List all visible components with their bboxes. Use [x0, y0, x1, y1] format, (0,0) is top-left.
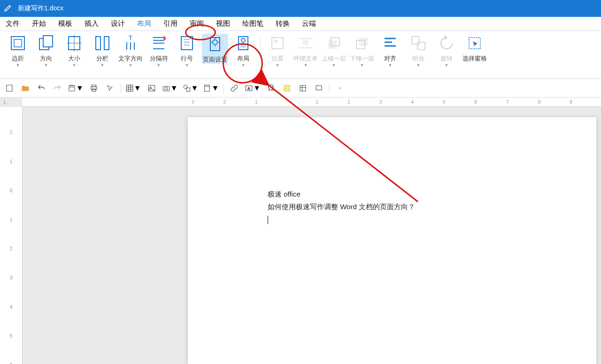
fullscreen-icon[interactable] — [313, 83, 324, 94]
ribbon-分隔符[interactable]: 分隔符▼ — [146, 34, 172, 68]
form-icon[interactable] — [297, 83, 308, 94]
menu-item-9[interactable]: 绘图笔 — [242, 19, 263, 28]
menu-item-8[interactable]: 视图 — [216, 19, 230, 28]
open-folder-icon[interactable] — [20, 83, 31, 94]
svg-rect-55 — [205, 85, 210, 91]
ribbon-icon — [465, 34, 484, 53]
ribbon-组合: 组合▼ — [405, 34, 431, 68]
menu-item-5[interactable]: 布局 — [137, 19, 151, 28]
ribbon-label: 大小 — [68, 55, 80, 62]
ribbon-环绕文本: 环绕文本▼ — [293, 34, 319, 68]
ribbon-icon — [65, 34, 84, 53]
svg-rect-7 — [96, 37, 100, 50]
ribbon-对齐[interactable]: 对齐▼ — [377, 34, 403, 68]
menu-item-1[interactable]: 开始 — [32, 19, 46, 28]
doc-line-2: 如何使用极速写作调整 Word 文档的页面方向？ — [268, 200, 516, 213]
image-icon[interactable] — [146, 83, 157, 94]
menu-item-6[interactable]: 引用 — [163, 19, 177, 28]
dropdown-icon: ▼ — [445, 63, 449, 68]
svg-rect-59 — [284, 85, 290, 91]
svg-rect-35 — [412, 37, 419, 44]
quick-access-toolbar: ▼ ▼ ▼ ▼ ▼ A▼ Ω » — [0, 79, 601, 98]
ribbon-label: 边距 — [12, 55, 24, 62]
svg-point-20 — [241, 38, 245, 42]
menu-item-2[interactable]: 模板 — [58, 19, 72, 28]
ribbon: 边距▼方向▼大小▼分栏▼T文字方向▼分隔符▼行号▼页面设置布局▼位置▼环绕文本▼… — [0, 31, 601, 79]
ribbon-选择窗格[interactable]: 选择窗格 — [462, 34, 488, 62]
ribbon-label: 选择窗格 — [462, 55, 487, 62]
document-page[interactable]: 极速 office 如何使用极速写作调整 Word 文档的页面方向？ — [188, 117, 596, 364]
menu-item-7[interactable]: 审阅 — [190, 19, 204, 28]
ribbon-边距[interactable]: 边距▼ — [5, 34, 31, 68]
svg-rect-0 — [11, 37, 24, 50]
omega-icon[interactable]: Ω — [265, 83, 277, 94]
undo-icon[interactable] — [36, 83, 47, 94]
horizontal-ruler: 32112345678910111213 — [23, 98, 601, 107]
svg-rect-38 — [7, 85, 12, 91]
ribbon-label: 旋转 — [440, 55, 453, 62]
dropdown-icon: ▼ — [44, 63, 48, 68]
ribbon-icon — [177, 34, 196, 53]
svg-rect-30 — [359, 38, 368, 46]
note-icon[interactable] — [281, 83, 293, 94]
ribbon-行号[interactable]: 行号▼ — [174, 34, 200, 68]
title-bar: 新建写作1.docx — [0, 0, 601, 17]
camera-icon[interactable]: ▼ — [162, 84, 178, 92]
dropdown-icon: ▼ — [185, 63, 189, 68]
svg-rect-43 — [92, 89, 96, 91]
ribbon-label: 分栏 — [96, 55, 108, 62]
header-icon[interactable]: ▼ — [203, 84, 219, 92]
ribbon-文字方向[interactable]: T文字方向▼ — [117, 34, 144, 68]
svg-rect-44 — [126, 85, 133, 91]
menu-item-4[interactable]: 设计 — [111, 19, 125, 28]
menu-item-11[interactable]: 云端 — [302, 19, 316, 28]
ribbon-label: 方向 — [40, 55, 52, 62]
dropdown-icon: ▼ — [388, 63, 393, 68]
menu-item-10[interactable]: 转换 — [276, 19, 290, 28]
ribbon-大小[interactable]: 大小▼ — [61, 34, 87, 68]
print-icon[interactable] — [88, 83, 100, 94]
new-doc-icon[interactable] — [4, 83, 15, 94]
ribbon-label: 位置 — [271, 55, 284, 62]
svg-point-18 — [213, 40, 217, 45]
dropdown-icon: ▼ — [16, 63, 20, 68]
ribbon-布局[interactable]: 布局▼ — [230, 34, 256, 68]
cursor-icon[interactable] — [104, 83, 116, 94]
ribbon-页面设置[interactable]: 页面设置 — [202, 34, 228, 64]
svg-rect-25 — [303, 39, 308, 45]
ribbon-分栏[interactable]: 分栏▼ — [89, 34, 116, 68]
svg-rect-40 — [70, 85, 73, 87]
ribbon-label: 布局 — [237, 55, 249, 62]
ribbon-icon — [296, 34, 315, 53]
ribbon-icon — [206, 35, 224, 53]
more-icon[interactable]: » — [334, 83, 346, 94]
tab-indicator: L — [4, 99, 7, 105]
ribbon-方向[interactable]: 方向▼ — [33, 34, 59, 68]
svg-rect-39 — [69, 85, 75, 91]
menu-item-0[interactable]: 文件 — [6, 19, 20, 28]
save-icon[interactable]: ▼ — [68, 84, 84, 92]
ribbon-旋转: 旋转▼ — [433, 34, 460, 68]
table-icon[interactable]: ▼ — [125, 84, 141, 92]
svg-rect-54 — [186, 88, 190, 91]
text-cursor — [268, 216, 268, 224]
ribbon-位置: 位置▼ — [264, 34, 291, 68]
ribbon-label: 分隔符 — [150, 55, 168, 62]
link-icon[interactable] — [229, 83, 240, 94]
document-title: 新建写作1.docx — [18, 4, 63, 13]
ribbon-上移一层: 上移一层▼ — [321, 34, 347, 68]
svg-rect-8 — [104, 37, 109, 50]
dropdown-icon: ▼ — [304, 63, 308, 68]
svg-point-52 — [165, 87, 168, 90]
ribbon-icon — [353, 34, 371, 53]
ribbon-icon — [93, 34, 112, 53]
textbox-icon[interactable]: A▼ — [245, 84, 261, 92]
svg-rect-3 — [43, 36, 53, 47]
ribbon-下移一层: 下移一层▼ — [349, 34, 375, 68]
ribbon-icon — [324, 34, 343, 53]
shapes-icon[interactable]: ▼ — [183, 84, 199, 92]
dropdown-icon: ▼ — [276, 63, 280, 68]
ribbon-icon — [268, 34, 287, 53]
redo-icon[interactable] — [52, 83, 63, 94]
menu-item-3[interactable]: 插入 — [85, 19, 99, 28]
